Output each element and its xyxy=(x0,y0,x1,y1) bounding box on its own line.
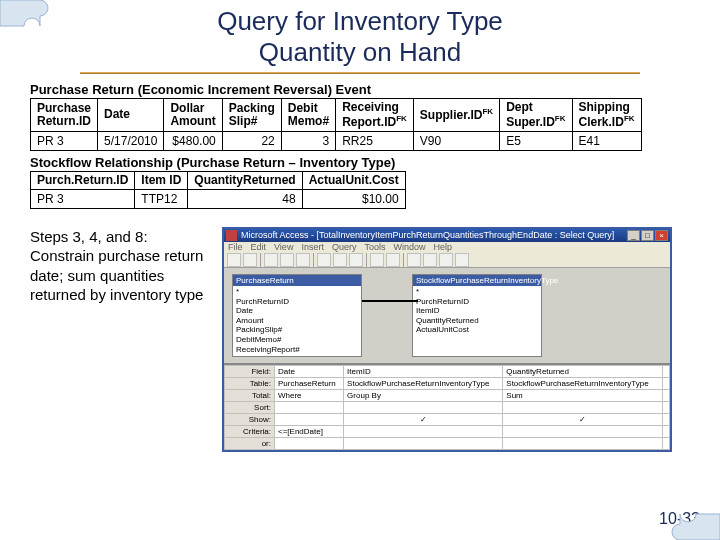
table-row: PR 3 TTP12 48 $10.00 xyxy=(31,189,406,208)
query-diagram-area[interactable]: PurchaseReturn * PurchReturnID Date Amou… xyxy=(224,268,670,363)
col-date: Date xyxy=(98,99,164,131)
field-list: * PurchReturnID ItemID QuantityReturned … xyxy=(413,286,541,356)
table-row: PR 3 5/17/2010 $480.00 22 3 RR25 V90 E5 … xyxy=(31,131,642,150)
col-purchase-return-id: PurchaseReturn.ID xyxy=(31,99,98,131)
access-toolbar[interactable] xyxy=(224,253,670,268)
qbe-grid[interactable]: Field:DateItemIDQuantityReturned Table:P… xyxy=(224,363,670,450)
menu-query[interactable]: Query xyxy=(332,242,357,252)
col-supplier: Supplier.IDFK xyxy=(413,99,499,131)
table-header-row: PurchaseReturn.ID Date DollarAmount Pack… xyxy=(31,99,642,131)
maximize-button[interactable]: □ xyxy=(641,230,654,241)
field-list: * PurchReturnID Date Amount PackingSlip#… xyxy=(233,286,361,356)
menu-insert[interactable]: Insert xyxy=(301,242,324,252)
close-button[interactable]: × xyxy=(655,230,668,241)
access-window: Microsoft Access - [TotalInventoryItemPu… xyxy=(222,227,672,452)
toolbar-button[interactable] xyxy=(296,253,310,267)
minimize-button[interactable]: _ xyxy=(627,230,640,241)
stockflow-table: Purch.Return.ID Item ID QuantityReturned… xyxy=(30,171,406,209)
toolbar-button[interactable] xyxy=(333,253,347,267)
menu-tools[interactable]: Tools xyxy=(364,242,385,252)
menu-view[interactable]: View xyxy=(274,242,293,252)
toolbar-button[interactable] xyxy=(439,253,453,267)
access-titlebar[interactable]: Microsoft Access - [TotalInventoryItemPu… xyxy=(224,229,670,242)
steps-caption: Steps 3, 4, and 8: Constrain purchase re… xyxy=(30,227,210,452)
menu-help[interactable]: Help xyxy=(433,242,452,252)
toolbar-button[interactable] xyxy=(407,253,421,267)
col-packing-slip: PackingSlip# xyxy=(222,99,281,131)
col-item-id: Item ID xyxy=(135,171,188,189)
table-header-row: Purch.Return.ID Item ID QuantityReturned… xyxy=(31,171,406,189)
toolbar-button[interactable] xyxy=(349,253,363,267)
menu-window[interactable]: Window xyxy=(393,242,425,252)
toolbar-button[interactable] xyxy=(264,253,278,267)
col-debit-memo: DebitMemo# xyxy=(281,99,335,131)
toolbar-button[interactable] xyxy=(227,253,241,267)
toolbar-button[interactable] xyxy=(243,253,257,267)
menu-file[interactable]: File xyxy=(228,242,243,252)
purchase-return-table: PurchaseReturn.ID Date DollarAmount Pack… xyxy=(30,98,642,150)
toolbar-button[interactable] xyxy=(370,253,384,267)
table-box-purchase-return[interactable]: PurchaseReturn * PurchReturnID Date Amou… xyxy=(232,274,362,357)
access-menubar[interactable]: File Edit View Insert Query Tools Window… xyxy=(224,242,670,253)
toolbar-button[interactable] xyxy=(423,253,437,267)
col-qty-returned: QuantityReturned xyxy=(188,171,302,189)
col-receiving-report: ReceivingReport.IDFK xyxy=(336,99,414,131)
access-window-title: Microsoft Access - [TotalInventoryItemPu… xyxy=(241,230,627,240)
section2-label: Stockflow Relationship (Purchase Return … xyxy=(30,155,720,170)
toolbar-button[interactable] xyxy=(280,253,294,267)
section1-label: Purchase Return (Economic Increment Reve… xyxy=(30,82,720,97)
col-actual-unit-cost: ActualUnit.Cost xyxy=(302,171,405,189)
table-box-stockflow[interactable]: StockflowPurchaseReturnInventoryType * P… xyxy=(412,274,542,357)
join-line[interactable] xyxy=(362,300,418,302)
access-app-icon xyxy=(226,230,237,241)
menu-edit[interactable]: Edit xyxy=(251,242,267,252)
puzzle-decoration-tl xyxy=(0,0,55,55)
col-dept-super: DeptSuper.IDFK xyxy=(500,99,572,131)
col-dollar-amount: DollarAmount xyxy=(164,99,222,131)
toolbar-button[interactable] xyxy=(386,253,400,267)
puzzle-decoration-br xyxy=(665,485,720,540)
toolbar-button[interactable] xyxy=(455,253,469,267)
col-shipping-clerk: ShippingClerk.IDFK xyxy=(572,99,641,131)
title-underline xyxy=(80,72,640,74)
toolbar-button[interactable] xyxy=(317,253,331,267)
slide-title: Query for Inventory Type Quantity on Han… xyxy=(0,6,720,68)
col-purch-return-id: Purch.Return.ID xyxy=(31,171,135,189)
